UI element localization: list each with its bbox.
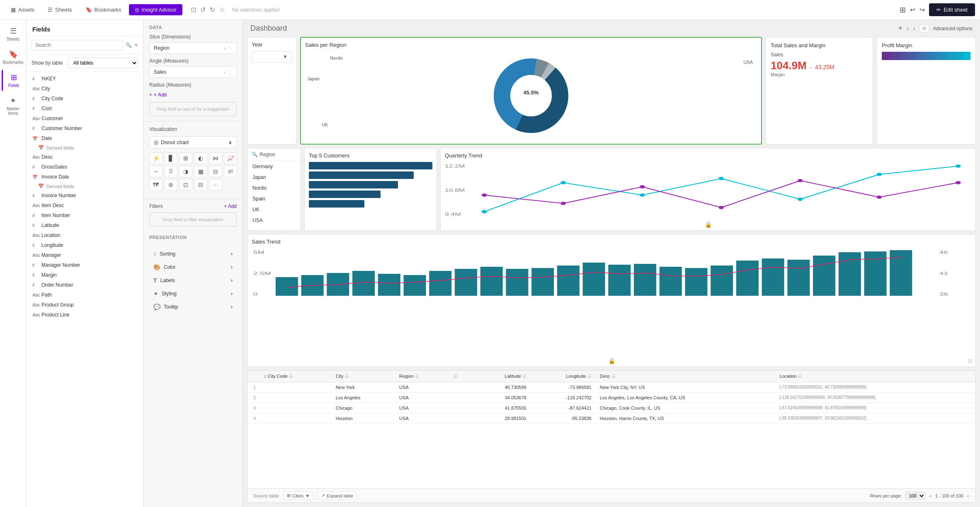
advanced-options-label[interactable]: Advanced options bbox=[933, 26, 973, 31]
sales-trend-table-icon[interactable]: ⊞ bbox=[968, 357, 973, 364]
back-icon[interactable]: ↺ bbox=[200, 6, 206, 14]
rows-per-page-select[interactable]: 100 bbox=[905, 492, 925, 500]
viz-grid-icon[interactable]: ⊡ bbox=[179, 179, 192, 191]
expand-table-button[interactable]: ⊞ Cities ▼ bbox=[283, 491, 313, 500]
city-code-col-menu[interactable]: ☰ bbox=[289, 374, 293, 379]
viz-pie-icon[interactable]: ◑ bbox=[179, 166, 192, 177]
next-page-icon[interactable]: › bbox=[913, 25, 915, 32]
nav-bookmarks[interactable]: 🔖 Bookmarks bbox=[2, 46, 25, 68]
field-item-path[interactable]: AbcPath bbox=[27, 290, 143, 300]
tab-assets[interactable]: ▦ Assets bbox=[5, 4, 40, 15]
th-region[interactable]: Region ☰ bbox=[395, 371, 449, 382]
field-item-manager[interactable]: AbcManager bbox=[27, 250, 143, 260]
tab-sheets[interactable]: ☰ Sheets bbox=[42, 4, 78, 15]
viz-num-icon[interactable]: #! bbox=[224, 166, 237, 177]
pres-sorting[interactable]: ↕ Sorting › bbox=[149, 247, 237, 261]
field-item-customer-number[interactable]: #Customer Number bbox=[27, 123, 143, 133]
viz-bar2-icon[interactable]: ↔ bbox=[149, 166, 163, 177]
prev-page-icon[interactable]: ‹ bbox=[907, 25, 909, 32]
viz-auto-icon[interactable]: ⚡ bbox=[149, 152, 163, 164]
expand-table-button2[interactable]: ↗ Expand table bbox=[318, 491, 357, 500]
table-wrapper[interactable]: ↕ City Code ☰ City ☰ Region ☰ bbox=[247, 371, 975, 489]
field-item-customer[interactable]: AbcCustomer bbox=[27, 113, 143, 123]
lock-tool-icon[interactable]: ⊕ bbox=[219, 6, 225, 14]
derived-fields-date[interactable]: 📅Derived fields bbox=[27, 143, 143, 152]
prev-page-btn[interactable]: ‹‹ bbox=[929, 493, 931, 498]
search-region-icon[interactable]: 🔍 bbox=[252, 152, 258, 157]
region-col-menu[interactable]: ☰ bbox=[415, 374, 419, 379]
region-item-japan[interactable]: Japan bbox=[247, 172, 301, 183]
collapse-icon[interactable]: ∧ bbox=[228, 140, 232, 145]
field-item-grosssales[interactable]: #GrossSales bbox=[27, 162, 143, 172]
pres-labels[interactable]: T Labels › bbox=[149, 274, 237, 287]
lat-col-menu[interactable]: ☰ bbox=[522, 374, 526, 379]
filters-add-button[interactable]: + Add bbox=[224, 203, 237, 209]
angle-field[interactable]: Sales › ⋮ bbox=[149, 66, 237, 78]
add-widget-icon[interactable]: + bbox=[898, 24, 902, 33]
year-dropdown[interactable]: ▼ bbox=[252, 51, 292, 63]
region-item-uk[interactable]: UK bbox=[247, 204, 301, 215]
derived-fields-invoice-date[interactable]: 📅Derived fields bbox=[27, 182, 143, 191]
grid-icon[interactable]: ⊞ bbox=[900, 5, 906, 14]
redo-icon[interactable]: ↪ bbox=[919, 6, 925, 14]
nav-sheets[interactable]: ☰ Sheets bbox=[2, 23, 25, 45]
field-item-product-group[interactable]: AbcProduct Group bbox=[27, 300, 143, 310]
field-item-invoice-number[interactable]: #Invoice Number bbox=[27, 191, 143, 200]
th-city-code[interactable]: ↕ City Code ☰ bbox=[260, 371, 332, 382]
pres-color[interactable]: 🎨 Color › bbox=[149, 261, 237, 274]
search-icon[interactable]: 🔍 bbox=[126, 42, 132, 48]
add-radius-button[interactable]: + + Add bbox=[149, 90, 237, 99]
viz-table-icon[interactable]: ⊞ bbox=[179, 152, 192, 164]
field-item-desc[interactable]: AbcDesc bbox=[27, 152, 143, 162]
show-by-table-select[interactable]: All tables bbox=[68, 58, 138, 68]
select-tool-icon[interactable]: ⊡ bbox=[191, 6, 196, 14]
field-item-longitude[interactable]: #Longitude bbox=[27, 240, 143, 250]
pres-styling[interactable]: ✦ Styling › bbox=[149, 287, 237, 300]
city-col-menu[interactable]: ☰ bbox=[345, 374, 349, 379]
region-item-spain[interactable]: Spain bbox=[247, 193, 301, 204]
field-item-%key[interactable]: #%KEY bbox=[27, 74, 143, 84]
field-item-item-desc[interactable]: AbcItem Desc bbox=[27, 200, 143, 210]
desc-col-menu[interactable]: ☰ bbox=[611, 374, 616, 379]
th-longitude[interactable]: Longitude ☰ bbox=[531, 371, 596, 382]
th-city[interactable]: City ☰ bbox=[332, 371, 395, 382]
th-latitude[interactable]: Latitude ☰ bbox=[473, 371, 531, 382]
field-item-city[interactable]: AbcCity bbox=[27, 84, 143, 94]
undo-icon[interactable]: ↩ bbox=[910, 6, 915, 14]
viz-waterfall-icon[interactable]: ⊟ bbox=[194, 179, 207, 191]
field-item-cost[interactable]: #Cost bbox=[27, 104, 143, 113]
forward-icon[interactable]: ↻ bbox=[210, 6, 215, 14]
viz-type-selector[interactable]: ◎ Donut chart ∧ bbox=[149, 136, 237, 148]
menu-dots-icon2[interactable]: ⋮ bbox=[228, 70, 232, 75]
field-item-location[interactable]: AbcLocation bbox=[27, 230, 143, 240]
viz-treemap-icon[interactable]: ▦ bbox=[194, 166, 207, 177]
nav-master-items[interactable]: ✦ Master items bbox=[2, 93, 25, 119]
viz-network-icon[interactable]: ⊛ bbox=[164, 179, 177, 191]
field-item-invoice-date[interactable]: 📅Invoice Date bbox=[27, 172, 143, 182]
th-desc[interactable]: Desc ☰ bbox=[596, 371, 776, 382]
field-item-order-number[interactable]: #Order Number bbox=[27, 280, 143, 290]
next-page-btn[interactable]: ›› bbox=[967, 493, 970, 498]
viz-bar-icon[interactable]: ▊ bbox=[164, 152, 177, 164]
fields-search-input[interactable] bbox=[32, 40, 123, 51]
field-item-date[interactable]: 📅Date bbox=[27, 133, 143, 143]
field-item-latitude[interactable]: #Latitude bbox=[27, 220, 143, 230]
viz-scatter-icon[interactable]: ⠿ bbox=[164, 166, 177, 177]
lon-col-menu[interactable]: ☰ bbox=[587, 374, 592, 379]
slice-field[interactable]: Region › ⋮ bbox=[149, 42, 237, 54]
menu-dots-icon[interactable]: ⋮ bbox=[228, 46, 232, 51]
region-item-usa[interactable]: USA bbox=[247, 215, 301, 226]
tab-insight-advisor[interactable]: ◎ Insight Advisor bbox=[129, 4, 183, 15]
field-item-manager-number[interactable]: #Manager Number bbox=[27, 260, 143, 270]
region-item-nordic[interactable]: Nordic bbox=[247, 183, 301, 193]
viz-gauge-icon[interactable]: ◐ bbox=[194, 152, 207, 164]
field-item-product-line[interactable]: AbcProduct Line bbox=[27, 310, 143, 320]
add-field-icon[interactable]: + bbox=[134, 41, 138, 49]
viz-map-icon[interactable]: 🗺 bbox=[149, 179, 163, 191]
toggle-icon[interactable]: ⊟ bbox=[919, 24, 929, 32]
field-item-city-code[interactable]: #City Code bbox=[27, 94, 143, 104]
edit-sheet-button[interactable]: ✏ Edit sheet bbox=[929, 3, 975, 16]
region-item-germany[interactable]: Germany bbox=[247, 161, 301, 172]
field-item-margin[interactable]: #Margin bbox=[27, 270, 143, 280]
viz-more-icon[interactable]: ··· bbox=[209, 179, 222, 191]
